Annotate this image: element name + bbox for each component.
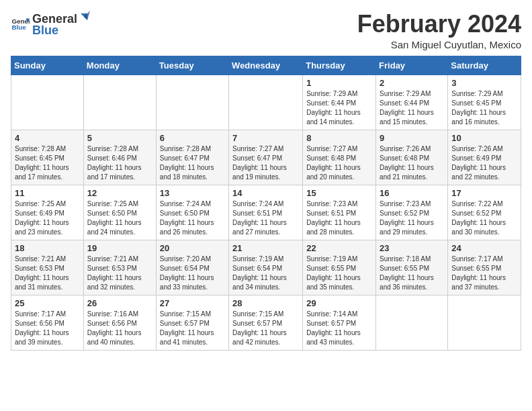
calendar-header-wednesday: Wednesday — [229, 56, 303, 75]
day-info: Sunrise: 7:21 AMSunset: 6:53 PMDaylight:… — [87, 255, 152, 292]
day-number: 1 — [306, 78, 372, 88]
calendar-header-row: SundayMondayTuesdayWednesdayThursdayFrid… — [11, 56, 521, 75]
calendar-cell: 18Sunrise: 7:21 AMSunset: 6:53 PMDayligh… — [11, 240, 84, 295]
day-info: Sunrise: 7:22 AMSunset: 6:52 PMDaylight:… — [451, 199, 517, 237]
day-number: 9 — [380, 133, 444, 143]
day-info: Sunrise: 7:29 AMSunset: 6:44 PMDaylight:… — [380, 89, 444, 127]
calendar-cell — [448, 295, 521, 350]
day-info: Sunrise: 7:26 AMSunset: 6:49 PMDaylight:… — [451, 144, 517, 182]
day-info: Sunrise: 7:19 AMSunset: 6:54 PMDaylight:… — [232, 255, 299, 292]
day-info: Sunrise: 7:19 AMSunset: 6:55 PMDaylight:… — [306, 255, 372, 292]
day-info: Sunrise: 7:21 AMSunset: 6:53 PMDaylight:… — [15, 255, 80, 292]
logo: General Blue General Blue — [11, 11, 91, 38]
logo-icon: General Blue — [11, 15, 30, 34]
calendar-week-row: 18Sunrise: 7:21 AMSunset: 6:53 PMDayligh… — [11, 240, 521, 295]
day-number: 23 — [380, 243, 444, 253]
day-number: 18 — [15, 243, 80, 253]
day-number: 26 — [87, 298, 152, 308]
day-number: 19 — [87, 243, 152, 253]
day-info: Sunrise: 7:27 AMSunset: 6:47 PMDaylight:… — [232, 144, 299, 182]
calendar-cell — [229, 75, 303, 130]
day-info: Sunrise: 7:24 AMSunset: 6:51 PMDaylight:… — [232, 199, 299, 237]
calendar-cell — [83, 75, 156, 130]
calendar-cell: 8Sunrise: 7:27 AMSunset: 6:48 PMDaylight… — [303, 130, 376, 185]
day-number: 5 — [87, 133, 152, 143]
day-info: Sunrise: 7:14 AMSunset: 6:57 PMDaylight:… — [306, 310, 372, 347]
day-number: 27 — [160, 298, 225, 308]
day-info: Sunrise: 7:29 AMSunset: 6:45 PMDaylight:… — [451, 89, 517, 127]
day-number: 24 — [451, 243, 517, 253]
calendar-header-monday: Monday — [83, 56, 156, 75]
day-number: 17 — [451, 188, 517, 198]
day-number: 8 — [306, 133, 372, 143]
day-info: Sunrise: 7:15 AMSunset: 6:57 PMDaylight:… — [160, 310, 225, 347]
calendar-cell: 13Sunrise: 7:24 AMSunset: 6:50 PMDayligh… — [156, 185, 228, 240]
day-number: 21 — [232, 243, 299, 253]
calendar-cell: 9Sunrise: 7:26 AMSunset: 6:48 PMDaylight… — [376, 130, 448, 185]
day-number: 28 — [232, 298, 299, 308]
day-number: 13 — [160, 188, 225, 198]
day-info: Sunrise: 7:25 AMSunset: 6:50 PMDaylight:… — [87, 199, 152, 237]
calendar-cell: 25Sunrise: 7:17 AMSunset: 6:56 PMDayligh… — [11, 295, 84, 350]
calendar-header-saturday: Saturday — [448, 56, 521, 75]
calendar-table: SundayMondayTuesdayWednesdayThursdayFrid… — [11, 56, 521, 351]
calendar-cell: 27Sunrise: 7:15 AMSunset: 6:57 PMDayligh… — [156, 295, 228, 350]
day-info: Sunrise: 7:27 AMSunset: 6:48 PMDaylight:… — [306, 144, 372, 182]
calendar-cell: 21Sunrise: 7:19 AMSunset: 6:54 PMDayligh… — [229, 240, 303, 295]
day-number: 15 — [306, 188, 372, 198]
day-number: 3 — [451, 78, 517, 88]
calendar-cell: 28Sunrise: 7:15 AMSunset: 6:57 PMDayligh… — [229, 295, 303, 350]
day-number: 6 — [160, 133, 225, 143]
calendar-cell: 20Sunrise: 7:20 AMSunset: 6:54 PMDayligh… — [156, 240, 228, 295]
location-subtitle: San Miguel Cuyutlan, Mexico — [357, 39, 521, 50]
calendar-header-tuesday: Tuesday — [156, 56, 228, 75]
day-number: 25 — [15, 298, 80, 308]
day-number: 7 — [232, 133, 299, 143]
calendar-cell: 29Sunrise: 7:14 AMSunset: 6:57 PMDayligh… — [303, 295, 376, 350]
day-number: 29 — [306, 298, 372, 308]
page-header: General Blue General Blue February 2024 … — [11, 11, 521, 50]
day-info: Sunrise: 7:18 AMSunset: 6:55 PMDaylight:… — [380, 255, 444, 292]
calendar-cell: 24Sunrise: 7:17 AMSunset: 6:55 PMDayligh… — [448, 240, 521, 295]
calendar-cell — [156, 75, 228, 130]
calendar-cell: 23Sunrise: 7:18 AMSunset: 6:55 PMDayligh… — [376, 240, 448, 295]
calendar-header-sunday: Sunday — [11, 56, 84, 75]
calendar-cell — [376, 295, 448, 350]
calendar-cell: 10Sunrise: 7:26 AMSunset: 6:49 PMDayligh… — [448, 130, 521, 185]
day-number: 2 — [380, 78, 444, 88]
day-info: Sunrise: 7:28 AMSunset: 6:45 PMDaylight:… — [15, 144, 80, 182]
calendar-cell: 14Sunrise: 7:24 AMSunset: 6:51 PMDayligh… — [229, 185, 303, 240]
day-number: 14 — [232, 188, 299, 198]
svg-text:Blue: Blue — [11, 24, 26, 31]
calendar-cell: 2Sunrise: 7:29 AMSunset: 6:44 PMDaylight… — [376, 75, 448, 130]
day-info: Sunrise: 7:15 AMSunset: 6:57 PMDaylight:… — [232, 310, 299, 347]
calendar-cell: 5Sunrise: 7:28 AMSunset: 6:46 PMDaylight… — [83, 130, 156, 185]
day-number: 22 — [306, 243, 372, 253]
calendar-week-row: 11Sunrise: 7:25 AMSunset: 6:49 PMDayligh… — [11, 185, 521, 240]
calendar-cell: 3Sunrise: 7:29 AMSunset: 6:45 PMDaylight… — [448, 75, 521, 130]
calendar-cell: 19Sunrise: 7:21 AMSunset: 6:53 PMDayligh… — [83, 240, 156, 295]
day-number: 10 — [451, 133, 517, 143]
day-info: Sunrise: 7:20 AMSunset: 6:54 PMDaylight:… — [160, 255, 225, 292]
day-info: Sunrise: 7:16 AMSunset: 6:56 PMDaylight:… — [87, 310, 152, 347]
day-number: 11 — [15, 188, 80, 198]
calendar-cell: 11Sunrise: 7:25 AMSunset: 6:49 PMDayligh… — [11, 185, 84, 240]
day-info: Sunrise: 7:26 AMSunset: 6:48 PMDaylight:… — [380, 144, 444, 182]
day-number: 20 — [160, 243, 225, 253]
calendar-week-row: 4Sunrise: 7:28 AMSunset: 6:45 PMDaylight… — [11, 130, 521, 185]
day-info: Sunrise: 7:17 AMSunset: 6:56 PMDaylight:… — [15, 310, 80, 347]
day-info: Sunrise: 7:28 AMSunset: 6:47 PMDaylight:… — [160, 144, 225, 182]
calendar-cell: 1Sunrise: 7:29 AMSunset: 6:44 PMDaylight… — [303, 75, 376, 130]
calendar-cell: 16Sunrise: 7:23 AMSunset: 6:52 PMDayligh… — [376, 185, 448, 240]
logo-arrow-icon — [78, 11, 90, 23]
month-year-title: February 2024 — [357, 11, 521, 38]
calendar-cell: 15Sunrise: 7:23 AMSunset: 6:51 PMDayligh… — [303, 185, 376, 240]
calendar-week-row: 1Sunrise: 7:29 AMSunset: 6:44 PMDaylight… — [11, 75, 521, 130]
calendar-header-thursday: Thursday — [303, 56, 376, 75]
calendar-cell: 6Sunrise: 7:28 AMSunset: 6:47 PMDaylight… — [156, 130, 228, 185]
day-number: 16 — [380, 188, 444, 198]
day-info: Sunrise: 7:23 AMSunset: 6:52 PMDaylight:… — [380, 199, 444, 237]
calendar-cell — [11, 75, 84, 130]
calendar-header-friday: Friday — [376, 56, 448, 75]
day-info: Sunrise: 7:25 AMSunset: 6:49 PMDaylight:… — [15, 199, 80, 237]
